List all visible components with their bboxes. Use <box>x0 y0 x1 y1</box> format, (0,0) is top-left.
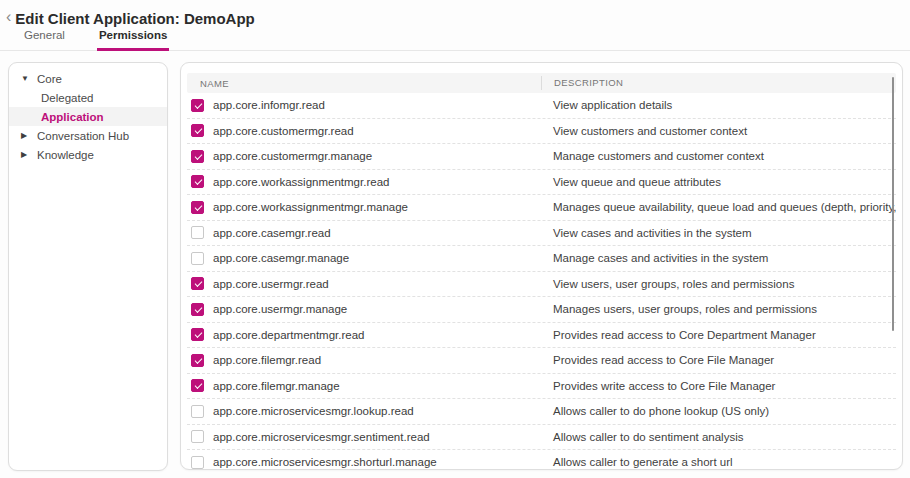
table-row: app.core.workassignmentmgr.readView queu… <box>187 170 896 196</box>
permission-description: View queue and queue attributes <box>541 176 896 188</box>
permission-name: app.core.usermgr.manage <box>213 303 347 315</box>
tree-item-label: Conversation Hub <box>37 130 129 142</box>
column-header-name: NAME <box>187 78 541 89</box>
checkbox-unchecked-icon[interactable] <box>191 405 204 418</box>
chevron-down-icon[interactable]: ▼ <box>21 74 32 83</box>
permission-name: app.core.infomgr.read <box>213 99 325 111</box>
permission-description: View application details <box>541 99 896 111</box>
permission-name-cell: app.core.departmentmgr.read <box>187 328 541 341</box>
permission-name-cell: app.core.filemgr.read <box>187 354 541 367</box>
permission-name-cell: app.core.customermgr.read <box>187 124 541 137</box>
permission-description: Manages queue availability, queue load a… <box>541 201 896 213</box>
checkbox-unchecked-icon[interactable] <box>191 430 204 443</box>
table-row: app.core.departmentmgr.readProvides read… <box>187 323 896 349</box>
checkbox-checked-icon[interactable] <box>191 124 204 137</box>
permission-name-cell: app.core.microservicesmgr.lookup.read <box>187 405 541 418</box>
tree-item-label: Knowledge <box>37 149 94 161</box>
tab-permissions[interactable]: Permissions <box>97 29 169 51</box>
permission-category-tree-panel: ▼CoreDelegatedApplication▶Conversation H… <box>8 62 168 471</box>
checkbox-checked-icon[interactable] <box>191 354 204 367</box>
tree-item-conversation-hub[interactable]: ▶Conversation Hub <box>9 126 167 145</box>
checkbox-checked-icon[interactable] <box>191 277 204 290</box>
permission-name-cell: app.core.usermgr.manage <box>187 303 541 316</box>
permission-description: View customers and customer context <box>541 125 896 137</box>
permission-description: Provides read access to Core File Manage… <box>541 354 896 366</box>
table-row: app.core.usermgr.readView users, user gr… <box>187 272 896 298</box>
table-row: app.core.filemgr.readProvides read acces… <box>187 348 896 374</box>
checkbox-checked-icon[interactable] <box>191 328 204 341</box>
page-title: Edit Client Application: DemoApp <box>15 10 254 27</box>
checkbox-checked-icon[interactable] <box>191 379 204 392</box>
back-chevron-icon[interactable]: ‹ <box>6 9 15 27</box>
permission-description: Manage cases and activities in the syste… <box>541 252 896 264</box>
column-header-description: DESCRIPTION <box>541 76 896 90</box>
permission-tree: ▼CoreDelegatedApplication▶Conversation H… <box>9 69 167 164</box>
tree-item-core[interactable]: ▼Core <box>9 69 167 88</box>
permission-name: app.core.departmentmgr.read <box>213 329 365 341</box>
checkbox-unchecked-icon[interactable] <box>191 252 204 265</box>
table-row: app.core.casemgr.readView cases and acti… <box>187 221 896 247</box>
permission-name: app.core.casemgr.read <box>213 227 331 239</box>
chevron-right-icon[interactable]: ▶ <box>21 150 32 159</box>
permission-name: app.core.usermgr.read <box>213 278 329 290</box>
table-header: NAME DESCRIPTION <box>187 73 896 93</box>
table-row: app.core.customermgr.readView customers … <box>187 119 896 145</box>
permission-name: app.core.workassignmentmgr.manage <box>213 201 408 213</box>
table-row: app.core.customermgr.manageManage custom… <box>187 144 896 170</box>
table-row: app.core.workassignmentmgr.manageManages… <box>187 195 896 221</box>
tree-item-label: Core <box>37 73 62 85</box>
permission-name-cell: app.core.filemgr.manage <box>187 379 541 392</box>
table-row: app.core.casemgr.manageManage cases and … <box>187 246 896 272</box>
permission-name: app.core.microservicesmgr.sentiment.read <box>213 431 430 443</box>
checkbox-unchecked-icon[interactable] <box>191 456 204 469</box>
permission-description: Provides write access to Core File Manag… <box>541 380 896 392</box>
permission-name: app.core.microservicesmgr.shorturl.manag… <box>213 456 437 468</box>
permission-name-cell: app.core.casemgr.manage <box>187 252 541 265</box>
permission-name-cell: app.core.casemgr.read <box>187 226 541 239</box>
tab-general[interactable]: General <box>22 29 67 51</box>
permission-name-cell: app.core.usermgr.read <box>187 277 541 290</box>
page-header: ‹ Edit Client Application: DemoApp <box>0 0 910 28</box>
permission-name-cell: app.core.customermgr.manage <box>187 150 541 163</box>
table-row: app.core.filemgr.manageProvides write ac… <box>187 374 896 400</box>
permission-name-cell: app.core.infomgr.read <box>187 99 541 112</box>
permission-name-cell: app.core.workassignmentmgr.read <box>187 175 541 188</box>
table-row: app.core.microservicesmgr.shorturl.manag… <box>187 450 896 470</box>
vertical-scrollbar[interactable] <box>892 77 894 331</box>
table-row: app.core.infomgr.readView application de… <box>187 93 896 119</box>
permission-description: Allows caller to generate a short url <box>541 456 896 468</box>
permission-name: app.core.filemgr.read <box>213 354 321 366</box>
chevron-right-icon[interactable]: ▶ <box>21 131 32 140</box>
table-row: app.core.microservicesmgr.lookup.readAll… <box>187 399 896 425</box>
permission-description: Manages users, user groups, roles and pe… <box>541 303 896 315</box>
permission-name: app.core.casemgr.manage <box>213 252 349 264</box>
permission-description: View cases and activities in the system <box>541 227 896 239</box>
permission-name: app.core.filemgr.manage <box>213 380 340 392</box>
checkbox-checked-icon[interactable] <box>191 303 204 316</box>
permission-description: Manage customers and customer context <box>541 150 896 162</box>
tab-bar: GeneralPermissions <box>0 29 910 51</box>
checkbox-checked-icon[interactable] <box>191 201 204 214</box>
table-row: app.core.usermgr.manageManages users, us… <box>187 297 896 323</box>
permission-name-cell: app.core.microservicesmgr.shorturl.manag… <box>187 456 541 469</box>
permission-name-cell: app.core.workassignmentmgr.manage <box>187 201 541 214</box>
permission-name: app.core.customermgr.read <box>213 125 354 137</box>
tree-item-label: Application <box>41 111 104 123</box>
checkbox-unchecked-icon[interactable] <box>191 226 204 239</box>
permissions-table-body: app.core.infomgr.readView application de… <box>187 93 896 470</box>
tree-item-delegated[interactable]: Delegated <box>9 88 167 107</box>
permission-description: Allows caller to do sentiment analysis <box>541 431 896 443</box>
checkbox-checked-icon[interactable] <box>191 175 204 188</box>
permission-description: View users, user groups, roles and permi… <box>541 278 896 290</box>
checkbox-checked-icon[interactable] <box>191 150 204 163</box>
checkbox-checked-icon[interactable] <box>191 99 204 112</box>
tree-item-label: Delegated <box>41 92 93 104</box>
permission-name-cell: app.core.microservicesmgr.sentiment.read <box>187 430 541 443</box>
permission-name: app.core.customermgr.manage <box>213 150 372 162</box>
permission-name: app.core.workassignmentmgr.read <box>213 176 389 188</box>
permission-description: Allows caller to do phone lookup (US onl… <box>541 405 896 417</box>
tree-item-application[interactable]: Application <box>9 107 167 126</box>
tree-item-knowledge[interactable]: ▶Knowledge <box>9 145 167 164</box>
permissions-table-panel: NAME DESCRIPTION app.core.infomgr.readVi… <box>180 62 903 470</box>
table-row: app.core.microservicesmgr.sentiment.read… <box>187 425 896 451</box>
